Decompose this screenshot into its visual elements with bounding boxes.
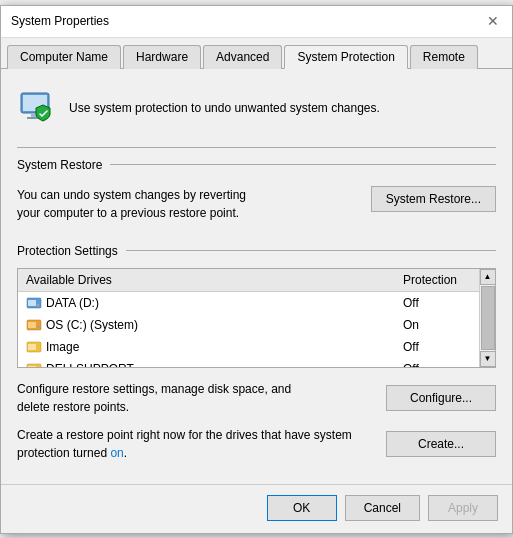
drive-name-2: Image (18, 336, 395, 358)
tab-computer-name[interactable]: Computer Name (7, 45, 121, 69)
drive-icon-1 (26, 317, 42, 333)
tab-hardware[interactable]: Hardware (123, 45, 201, 69)
table-row[interactable]: Image Off (18, 336, 495, 358)
create-description-blue: on (110, 446, 123, 460)
top-divider (17, 147, 496, 148)
tab-system-protection[interactable]: System Protection (284, 45, 407, 69)
system-restore-section-header: System Restore (17, 158, 496, 172)
title-bar: System Properties ✕ (1, 6, 512, 38)
protection-settings-label: Protection Settings (17, 244, 118, 258)
protection-settings-divider (126, 250, 496, 251)
cancel-button[interactable]: Cancel (345, 495, 420, 521)
scroll-down-button[interactable]: ▼ (480, 351, 496, 367)
system-restore-divider (110, 164, 496, 165)
svg-rect-5 (28, 300, 36, 306)
col-available-drives: Available Drives (18, 269, 395, 292)
drives-table: Available Drives Protection (18, 269, 495, 368)
drives-scrollbar[interactable]: ▲ ▼ (479, 269, 495, 367)
drive-name-1: OS (C:) (System) (18, 314, 395, 336)
drives-table-container: Available Drives Protection (17, 268, 496, 368)
info-box: Use system protection to undo unwanted s… (17, 83, 496, 133)
protection-settings-header: Protection Settings (17, 244, 496, 258)
configure-button[interactable]: Configure... (386, 385, 496, 411)
drive-icon-0 (26, 295, 42, 311)
table-row[interactable]: DELLSUPPORT Off (18, 358, 495, 368)
drive-icon-3 (26, 361, 42, 368)
system-protection-icon (17, 87, 59, 129)
drive-name-3: DELLSUPPORT (18, 358, 395, 368)
svg-point-6 (37, 303, 40, 306)
create-row: Create a restore point right now for the… (17, 426, 496, 462)
info-text: Use system protection to undo unwanted s… (69, 101, 380, 115)
tab-bar: Computer Name Hardware Advanced System P… (1, 38, 512, 69)
scroll-thumb[interactable] (481, 286, 495, 350)
close-button[interactable]: ✕ (484, 12, 502, 30)
drive-icon-2 (26, 339, 42, 355)
configure-description: Configure restore settings, manage disk … (17, 380, 386, 416)
create-description: Create a restore point right now for the… (17, 426, 386, 462)
table-row[interactable]: OS (C:) (System) On (18, 314, 495, 336)
window-title: System Properties (11, 14, 109, 28)
system-properties-window: System Properties ✕ Computer Name Hardwa… (0, 5, 513, 534)
tab-content: Use system protection to undo unwanted s… (1, 69, 512, 484)
tab-remote[interactable]: Remote (410, 45, 478, 69)
system-restore-label: System Restore (17, 158, 102, 172)
create-button[interactable]: Create... (386, 431, 496, 457)
system-restore-description: You can undo system changes by reverting… (17, 186, 371, 222)
svg-point-9 (37, 325, 40, 328)
tab-advanced[interactable]: Advanced (203, 45, 282, 69)
svg-rect-11 (28, 344, 36, 350)
apply-button[interactable]: Apply (428, 495, 498, 521)
svg-rect-13 (28, 366, 36, 368)
table-row[interactable]: DATA (D:) Off (18, 291, 495, 314)
system-restore-button[interactable]: System Restore... (371, 186, 496, 212)
ok-button[interactable]: OK (267, 495, 337, 521)
system-restore-row: You can undo system changes by reverting… (17, 182, 496, 226)
configure-row: Configure restore settings, manage disk … (17, 380, 496, 416)
footer: OK Cancel Apply (1, 484, 512, 533)
scroll-up-button[interactable]: ▲ (480, 269, 496, 285)
svg-rect-8 (28, 322, 36, 328)
drive-name-0: DATA (D:) (18, 291, 395, 314)
